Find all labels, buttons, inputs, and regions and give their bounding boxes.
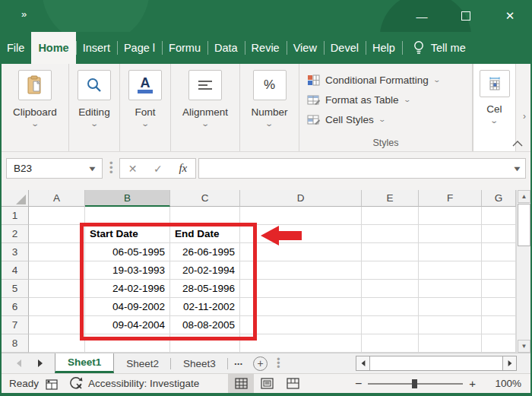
conditional-formatting-button[interactable]: Conditional Formatting ⌄	[307, 70, 439, 90]
cell-B4[interactable]: 19-03-1993	[85, 261, 170, 280]
cell-F2[interactable]	[419, 225, 482, 243]
hscroll-left-icon[interactable]	[356, 356, 370, 371]
sheet-tab-sheet2[interactable]: Sheet2	[114, 353, 171, 373]
cell-G7[interactable]	[482, 316, 516, 334]
sheet-tab-sheet3[interactable]: Sheet3	[171, 353, 228, 373]
ribbon-tab-data[interactable]: Data	[207, 32, 245, 64]
page-layout-view-button[interactable]	[254, 374, 280, 393]
cell-E7[interactable]	[362, 316, 419, 334]
column-header-C[interactable]: C	[170, 190, 240, 207]
ribbon-group-clipboard[interactable]: Clipboard ⌄	[2, 64, 69, 151]
cell-F5[interactable]	[419, 280, 482, 298]
ribbon-group-alignment[interactable]: Alignment ⌄	[171, 64, 240, 151]
cell-B6[interactable]: 04-09-2002	[85, 298, 170, 316]
cell-D3[interactable]	[240, 243, 362, 261]
scroll-up-icon[interactable]: ▲	[518, 190, 530, 203]
cell-C7[interactable]: 08-08-2005	[170, 316, 240, 334]
ribbon-tab-view[interactable]: View	[287, 32, 324, 64]
name-box[interactable]: B23 ▼	[6, 158, 103, 179]
cell-C1[interactable]	[170, 207, 240, 225]
vertical-scrollbar-thumb[interactable]	[518, 204, 530, 246]
add-sheet-button[interactable]: +	[253, 356, 268, 371]
status-mode[interactable]: Ready	[2, 378, 46, 389]
cell-D7[interactable]	[240, 316, 362, 334]
cell-G3[interactable]	[482, 243, 516, 261]
cell-A4[interactable]	[29, 261, 85, 280]
cell-C6[interactable]: 02-11-2002	[170, 298, 240, 316]
column-header-B[interactable]: B	[85, 190, 170, 207]
cell-styles-button[interactable]: Cell Styles ⌄	[307, 109, 385, 129]
quick-access-toolbar-icon[interactable]: »	[21, 8, 25, 20]
ribbon-group-editing[interactable]: Editing ⌄	[69, 64, 120, 151]
cell-B2[interactable]: Start Date	[85, 225, 170, 243]
cell-D4[interactable]	[240, 261, 362, 280]
column-header-F[interactable]: F	[419, 190, 482, 207]
cell-E5[interactable]	[362, 280, 419, 298]
ribbon-group-font[interactable]: A Font ⌄	[120, 64, 171, 151]
row-header-2[interactable]: 2	[2, 225, 29, 243]
cell-B5[interactable]: 24-02-1996	[85, 280, 170, 298]
column-header-D[interactable]: D	[240, 190, 362, 207]
cell-E2[interactable]	[362, 225, 419, 243]
cell-E1[interactable]	[362, 207, 419, 225]
name-box-dropdown-icon[interactable]: ▼	[87, 165, 97, 173]
ribbon-tab-file[interactable]: File	[0, 32, 31, 64]
column-header-E[interactable]: E	[362, 190, 419, 207]
cell-C2[interactable]: End Date	[170, 225, 240, 243]
zoom-level[interactable]: 100%	[495, 378, 521, 389]
ribbon-tab-page-l[interactable]: Page l	[117, 32, 162, 64]
cell-B3[interactable]: 06-05-1995	[85, 243, 170, 261]
cancel-icon[interactable]: ✕	[128, 163, 138, 175]
zoom-out-button[interactable]: −	[355, 377, 362, 391]
expand-formula-bar-icon[interactable]: ▼	[512, 165, 522, 173]
accessibility-icon[interactable]	[69, 377, 84, 390]
row-header-1[interactable]: 1	[2, 207, 29, 225]
cell-D8[interactable]	[240, 334, 362, 353]
sheet-tabs-overflow[interactable]: ...	[228, 353, 249, 373]
cell-A1[interactable]	[29, 207, 85, 225]
row-header-5[interactable]: 5	[2, 280, 29, 298]
cell-B8[interactable]	[85, 334, 170, 353]
cell-C3[interactable]: 26-06-1995	[170, 243, 240, 261]
cell-F1[interactable]	[419, 207, 482, 225]
sheet-nav-right-icon[interactable]	[38, 360, 43, 367]
cell-G1[interactable]	[482, 207, 516, 225]
cell-A7[interactable]	[29, 316, 85, 334]
row-header-7[interactable]: 7	[2, 316, 29, 334]
cell-E3[interactable]	[362, 243, 419, 261]
ribbon-group-cells[interactable]: Cel ⌄ ›	[473, 64, 516, 151]
cell-B1[interactable]	[85, 207, 170, 225]
cell-G5[interactable]	[482, 280, 516, 298]
ribbon-tab-help[interactable]: Help	[366, 32, 402, 64]
horizontal-scrollbar-thumb[interactable]	[370, 356, 502, 371]
sheet-nav-left-icon[interactable]	[17, 360, 21, 367]
collapse-ribbon-icon[interactable]	[512, 140, 523, 147]
cell-G2[interactable]	[482, 225, 516, 243]
scroll-down-icon[interactable]: ▼	[518, 340, 530, 353]
minimize-button[interactable]: —	[400, 0, 444, 32]
cell-B7[interactable]: 09-04-2004	[85, 316, 170, 334]
cell-F6[interactable]	[419, 298, 482, 316]
zoom-slider-thumb[interactable]	[412, 379, 417, 388]
cell-A8[interactable]	[29, 334, 85, 353]
row-header-6[interactable]: 6	[2, 298, 29, 316]
ribbon-group-number[interactable]: % Number ⌄	[240, 64, 299, 151]
row-header-4[interactable]: 4	[2, 261, 29, 280]
format-as-table-button[interactable]: Format as Table ⌄	[307, 90, 410, 109]
horizontal-scrollbar[interactable]	[356, 356, 517, 371]
ribbon-tab-devel[interactable]: Devel	[324, 32, 366, 64]
macro-record-icon[interactable]	[46, 378, 59, 390]
cell-E4[interactable]	[362, 261, 419, 280]
ribbon-tab-home[interactable]: Home	[31, 32, 75, 64]
enter-icon[interactable]: ✓	[154, 163, 163, 175]
row-header-8[interactable]: 8	[2, 334, 29, 353]
sheet-tab-sheet1[interactable]: Sheet1	[55, 353, 114, 373]
cell-F4[interactable]	[419, 261, 482, 280]
cell-C4[interactable]: 20-02-1994	[170, 261, 240, 280]
zoom-slider[interactable]	[368, 383, 463, 385]
hscroll-right-icon[interactable]	[502, 356, 517, 371]
cell-G8[interactable]	[482, 334, 516, 353]
accessibility-status[interactable]: Accessibility: Investigate	[88, 378, 199, 389]
ribbon-tab-formu[interactable]: Formu	[162, 32, 207, 64]
cell-A3[interactable]	[29, 243, 85, 261]
